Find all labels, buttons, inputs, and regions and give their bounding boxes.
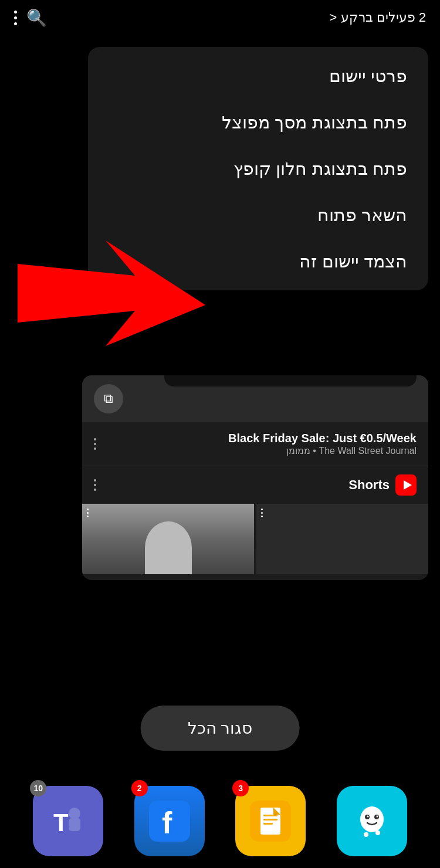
menu-dots-button[interactable]	[14, 11, 17, 25]
facebook-logo: f	[149, 801, 190, 842]
screen: 🔍 2 פעילים ברקע < פרטי יישום פתח בתצוגת …	[0, 0, 440, 868]
svg-point-21	[364, 832, 368, 837]
svg-rect-11	[263, 815, 277, 816]
short-thumb-2[interactable]	[256, 504, 428, 574]
status-bar-left: 🔍	[14, 8, 47, 28]
svg-rect-12	[263, 819, 277, 820]
svg-point-20	[376, 816, 378, 818]
thumb-dots-2	[261, 508, 263, 517]
svg-text:f: f	[162, 806, 172, 840]
facebook-icon: f	[134, 786, 205, 856]
dock-item-facebook[interactable]: 2 f	[134, 786, 205, 856]
ad-more-button[interactable]	[94, 438, 96, 450]
status-bar: 🔍 2 פעילים ברקע <	[0, 0, 440, 35]
active-apps-label[interactable]: 2 פעילים ברקע <	[330, 10, 426, 25]
svg-text:T: T	[53, 809, 69, 836]
shorts-header-row: Shorts	[82, 466, 428, 504]
waze-icon	[337, 786, 407, 856]
shorts-thumbnails	[82, 504, 428, 580]
svg-rect-13	[263, 823, 273, 825]
search-icon[interactable]: 🔍	[26, 8, 47, 28]
docs-icon	[235, 786, 306, 856]
svg-point-16	[360, 806, 384, 832]
youtube-bottom-nav: 👤 הדף שלי ⊞ מינויים +	[164, 375, 417, 386]
svg-point-5	[69, 808, 80, 819]
red-arrow	[18, 229, 205, 358]
menu-item-open-split[interactable]: פתח בתצוגת מסך מפוצל	[88, 99, 428, 145]
teams-icon: T	[33, 786, 103, 856]
external-link-button[interactable]: ⧉	[94, 384, 123, 413]
menu-item-app-info[interactable]: פרטי יישום	[88, 53, 428, 99]
ad-row: Black Friday Sale: Just €0.5/Week The Wa…	[82, 422, 428, 466]
ad-sub: The Wall Street Journal • ממומן	[103, 445, 417, 456]
youtube-app-card: ⧉ Black Friday Sale: Just €0.5/Week The …	[82, 375, 428, 580]
facebook-badge: 2	[131, 780, 148, 796]
shorts-title-area: Shorts	[348, 474, 417, 496]
ad-title: Black Friday Sale: Just €0.5/Week	[103, 432, 417, 445]
teams-logo: T	[48, 801, 89, 842]
app-dock: 10 T 2 f 3	[0, 786, 440, 856]
waze-logo	[351, 801, 392, 842]
svg-marker-0	[18, 240, 205, 346]
dock-item-waze[interactable]	[337, 786, 407, 856]
external-link-icon: ⧉	[104, 391, 113, 406]
dock-item-docs[interactable]: 3	[235, 786, 306, 856]
shorts-logo-icon	[395, 474, 417, 496]
shorts-more-button[interactable]	[94, 479, 96, 491]
thumb-dots-1	[87, 508, 89, 517]
docs-logo	[250, 801, 291, 842]
dock-item-teams[interactable]: 10 T	[33, 786, 103, 856]
short-thumb-1[interactable]	[82, 504, 254, 574]
svg-point-19	[367, 816, 368, 818]
svg-point-22	[375, 830, 380, 835]
svg-rect-6	[69, 818, 80, 831]
close-all-button[interactable]: סגור הכל	[141, 706, 300, 751]
menu-item-open-popup[interactable]: פתח בתצוגת חלון קופץ	[88, 145, 428, 192]
ad-text-block: Black Friday Sale: Just €0.5/Week The Wa…	[103, 432, 417, 456]
shorts-label: Shorts	[348, 477, 390, 493]
